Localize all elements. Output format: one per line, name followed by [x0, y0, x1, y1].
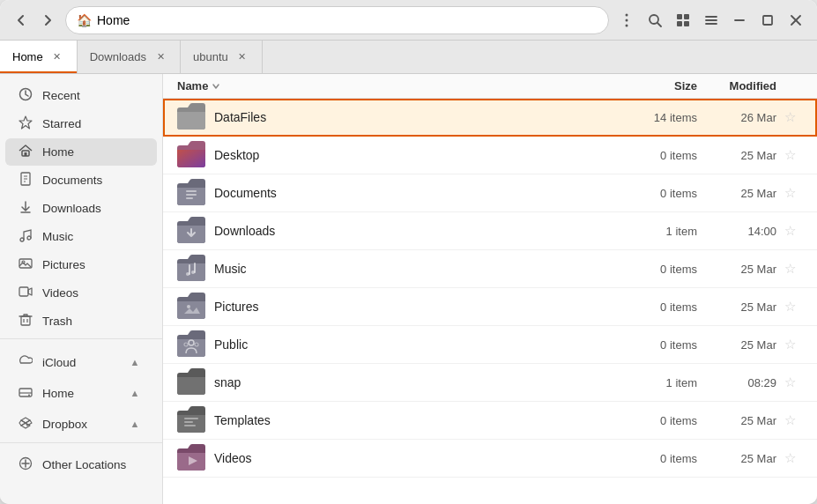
file-star-videos[interactable]: ☆ [776, 450, 803, 466]
file-name-pictures: Pictures [214, 300, 609, 314]
file-row-downloads[interactable]: Downloads 1 item 14:00 ☆ [163, 212, 817, 250]
file-star-snap[interactable]: ☆ [776, 374, 803, 390]
sidebar-item-trash[interactable]: Trash [5, 308, 157, 335]
minimize-button[interactable] [727, 8, 752, 33]
grid-view-button[interactable] [671, 8, 695, 33]
file-star-desktop[interactable]: ☆ [776, 147, 803, 163]
svg-rect-43 [186, 197, 193, 199]
folder-icon-music [177, 255, 205, 283]
sidebar-item-videos[interactable]: Videos [5, 279, 157, 307]
sidebar-item-other-locations-label: Other Locations [42, 458, 126, 471]
other-locations-icon [18, 456, 33, 473]
file-star-templates[interactable]: ☆ [776, 412, 803, 428]
file-modified-desktop: 25 Mar [697, 149, 776, 162]
close-button[interactable] [784, 8, 808, 33]
file-modified-templates: 25 Mar [697, 414, 776, 427]
svg-point-2 [626, 24, 628, 26]
sidebar-item-documents[interactable]: Documents [5, 167, 157, 194]
sidebar-item-downloads-label: Downloads [42, 202, 101, 215]
menu-button[interactable] [614, 8, 639, 33]
tab-downloads-label: Downloads [90, 50, 146, 63]
home-icon [18, 144, 33, 160]
home-drive-icon [18, 385, 33, 402]
file-size-pictures: 0 items [609, 300, 697, 314]
file-name-snap: snap [214, 375, 609, 389]
svg-point-1 [626, 19, 628, 21]
sidebar-item-icloud-label: iCloud [42, 356, 76, 369]
file-row-datafiles[interactable]: DataFiles 14 items 26 Mar ☆ [163, 99, 817, 137]
tabbar: Home ✕ Downloads ✕ ubuntu ✕ [0, 41, 817, 74]
svg-rect-7 [677, 21, 682, 26]
maximize-button[interactable] [755, 8, 780, 33]
trash-icon [18, 313, 33, 330]
svg-rect-16 [25, 152, 27, 156]
forward-button[interactable] [35, 8, 60, 33]
sidebar-item-trash-label: Trash [42, 315, 72, 328]
tab-downloads[interactable]: Downloads ✕ [78, 41, 181, 73]
sidebar-item-pictures[interactable]: Pictures [5, 251, 157, 278]
sidebar-item-music[interactable]: Music [5, 223, 157, 250]
file-star-datafiles[interactable]: ☆ [776, 109, 803, 125]
file-star-music[interactable]: ☆ [776, 261, 803, 277]
sidebar-item-starred[interactable]: Starred [5, 110, 157, 137]
tab-home[interactable]: Home ✕ [0, 41, 78, 73]
svg-point-44 [186, 272, 189, 276]
dropbox-eject-button[interactable]: ▲ [125, 414, 145, 434]
home-drive-eject-button[interactable]: ▲ [125, 383, 145, 403]
sidebar-item-recent[interactable]: Recent [5, 82, 157, 109]
folder-icon-templates [177, 406, 205, 434]
view-options-button[interactable] [699, 8, 724, 33]
column-size-header[interactable]: Size [609, 79, 697, 93]
icloud-eject-button[interactable]: ▲ [125, 352, 145, 372]
svg-point-22 [20, 238, 24, 241]
column-name-header[interactable]: Name [177, 79, 609, 93]
file-star-pictures[interactable]: ☆ [776, 299, 803, 315]
sidebar-item-recent-label: Recent [42, 89, 80, 102]
sidebar-item-home-drive-label: Home [42, 387, 74, 400]
back-button[interactable] [9, 8, 33, 33]
file-row-music[interactable]: Music 0 items 25 Mar ☆ [163, 250, 817, 288]
file-row-desktop[interactable]: Desktop 0 items 25 Mar ☆ [163, 137, 817, 174]
tab-ubuntu-close[interactable]: ✕ [235, 50, 249, 64]
sidebar-item-home-drive[interactable]: Home ▲ [5, 378, 157, 408]
titlebar-actions [614, 8, 808, 33]
sidebar-item-starred-label: Starred [42, 117, 81, 130]
file-row-documents[interactable]: Documents 0 items 25 Mar ☆ [163, 174, 817, 212]
file-size-music: 0 items [609, 263, 697, 276]
tab-downloads-close[interactable]: ✕ [153, 50, 167, 64]
dropbox-icon [18, 416, 33, 433]
svg-point-46 [187, 305, 190, 308]
file-row-snap[interactable]: snap 1 item 08:29 ☆ [163, 364, 817, 402]
file-star-downloads[interactable]: ☆ [776, 223, 803, 239]
folder-icon-desktop [177, 141, 205, 169]
tab-ubuntu[interactable]: ubuntu ✕ [181, 41, 263, 73]
search-button[interactable] [642, 8, 667, 33]
file-modified-documents: 25 Mar [697, 187, 776, 200]
svg-rect-8 [684, 21, 689, 26]
svg-rect-51 [184, 421, 193, 423]
file-size-documents: 0 items [609, 187, 697, 200]
file-star-public[interactable]: ☆ [776, 337, 803, 352]
tab-home-close[interactable]: ✕ [50, 50, 64, 64]
file-row-pictures[interactable]: Pictures 0 items 25 Mar ☆ [163, 288, 817, 326]
sidebar-item-other-locations[interactable]: Other Locations [5, 451, 157, 478]
file-star-documents[interactable]: ☆ [776, 185, 803, 201]
svg-rect-41 [186, 190, 197, 192]
tab-home-label: Home [12, 50, 43, 63]
column-modified-header[interactable]: Modified [697, 79, 776, 93]
file-modified-downloads: 14:00 [697, 225, 776, 238]
file-size-templates: 0 items [609, 414, 697, 427]
sidebar-item-dropbox[interactable]: Dropbox ▲ [5, 409, 157, 439]
file-size-desktop: 0 items [609, 149, 697, 162]
table-header: Name Size Modified [163, 74, 817, 99]
file-row-templates[interactable]: Templates 0 items 25 Mar ☆ [163, 402, 817, 440]
file-name-videos: Videos [214, 451, 609, 465]
file-row-public[interactable]: Public 0 items 25 Mar ☆ [163, 326, 817, 364]
breadcrumb-bar[interactable]: 🏠 Home [65, 6, 609, 34]
file-row-videos[interactable]: Videos 0 items 25 Mar ☆ [163, 440, 817, 478]
sidebar-item-icloud[interactable]: iCloud ▲ [5, 347, 157, 377]
sidebar-item-downloads[interactable]: Downloads [5, 195, 157, 222]
svg-point-33 [28, 394, 30, 396]
sidebar-item-home[interactable]: Home [5, 138, 157, 166]
downloads-icon [18, 200, 33, 217]
